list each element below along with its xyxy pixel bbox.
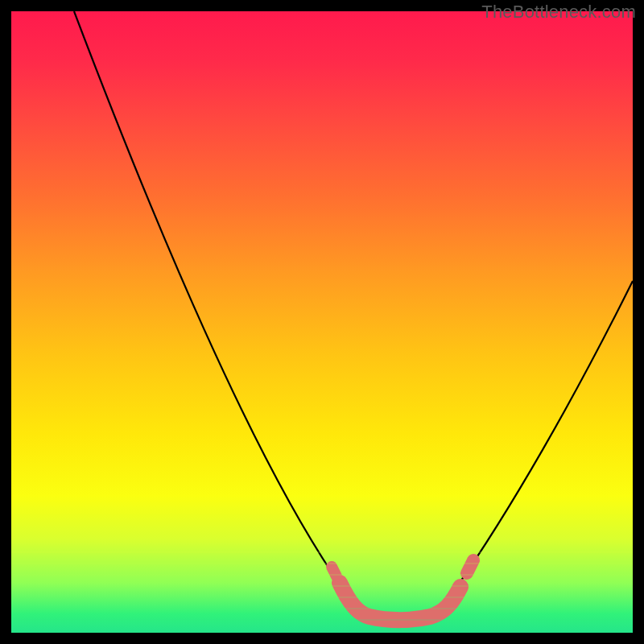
bottleneck-curve xyxy=(74,11,633,617)
trough-highlight xyxy=(340,583,460,620)
bottleneck-curve-layer xyxy=(11,11,633,633)
green-band-lines xyxy=(11,552,633,620)
watermark-text: TheBottleneck.com xyxy=(481,2,636,23)
trough-dash-right xyxy=(467,560,473,573)
chart-frame: TheBottleneck.com xyxy=(0,0,644,644)
